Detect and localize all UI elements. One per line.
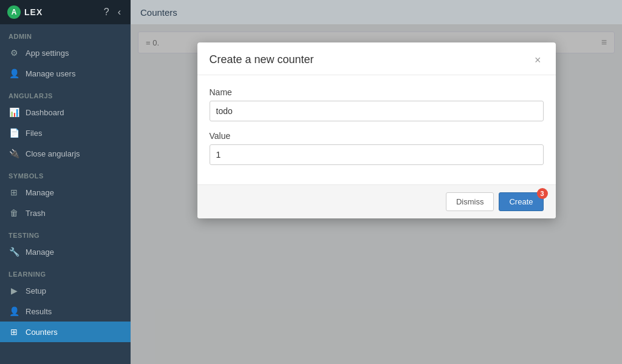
modal-body: Name Value xyxy=(197,75,556,184)
users-icon: 👤 xyxy=(9,68,19,79)
sidebar-item-learning-results[interactable]: 👤 Results xyxy=(0,301,131,322)
sidebar-item-testing-manage[interactable]: 🔧 Manage xyxy=(0,241,131,262)
sidebar: A LEX ? ‹ Admin ⚙ App settings 👤 Manage … xyxy=(0,0,131,364)
sidebar-item-symbols-manage[interactable]: ⊞ Manage xyxy=(0,182,131,203)
sidebar-item-label: App settings xyxy=(26,49,69,58)
main-content: Counters = 0. ≡ Create a new counter × N… xyxy=(131,0,622,364)
section-label-learning: Learning xyxy=(0,262,131,280)
create-counter-modal: Create a new counter × Name Value Dismis… xyxy=(197,42,556,218)
section-label-admin: Admin xyxy=(0,24,131,42)
value-label: Value xyxy=(210,131,544,141)
sidebar-item-close-angularjs[interactable]: 🔌 Close angularjs xyxy=(0,143,131,164)
trash-icon: 🗑 xyxy=(9,207,19,218)
value-form-group: Value xyxy=(210,131,544,165)
app-logo: A xyxy=(7,5,21,19)
modal-overlay: Create a new counter × Name Value Dismis… xyxy=(131,24,622,364)
modal-close-button[interactable]: × xyxy=(532,55,544,66)
value-input[interactable] xyxy=(210,144,544,165)
sidebar-item-label: Manage xyxy=(26,188,54,197)
create-badge: 3 xyxy=(537,188,548,199)
help-icon[interactable]: ? xyxy=(101,5,112,19)
results-icon: 👤 xyxy=(9,306,19,317)
sidebar-item-manage-users[interactable]: 👤 Manage users xyxy=(0,63,131,84)
app-name: LEX xyxy=(24,7,101,17)
collapse-icon[interactable]: ‹ xyxy=(115,5,123,19)
section-label-testing: Testing xyxy=(0,223,131,241)
manage-icon: ⊞ xyxy=(9,187,19,198)
dashboard-icon: 📊 xyxy=(9,107,19,118)
header-icons: ? ‹ xyxy=(101,5,123,19)
close-app-icon: 🔌 xyxy=(9,148,19,159)
sidebar-item-label: Manage users xyxy=(26,69,75,78)
page-title: Counters xyxy=(140,7,177,18)
sidebar-item-learning-counters[interactable]: ⊞ Counters xyxy=(0,322,131,342)
files-icon: 📄 xyxy=(9,127,19,138)
name-form-group: Name xyxy=(210,87,544,121)
sidebar-header: A LEX ? ‹ xyxy=(0,0,131,24)
sidebar-item-app-settings[interactable]: ⚙ App settings xyxy=(0,42,131,63)
section-label-symbols: Symbols xyxy=(0,164,131,182)
sidebar-item-label: Counters xyxy=(26,328,58,337)
sidebar-item-files[interactable]: 📄 Files xyxy=(0,123,131,143)
dismiss-button[interactable]: Dismiss xyxy=(446,192,494,211)
name-input[interactable] xyxy=(210,101,544,121)
section-label-angularjs: angularjs xyxy=(0,84,131,102)
sidebar-item-dashboard[interactable]: 📊 Dashboard xyxy=(0,102,131,123)
sidebar-item-label: Setup xyxy=(26,286,46,295)
play-icon: ▶ xyxy=(9,285,19,296)
main-body: = 0. ≡ Create a new counter × Name Value xyxy=(131,24,622,364)
sidebar-item-learning-setup[interactable]: ▶ Setup xyxy=(0,280,131,301)
topbar: Counters xyxy=(131,0,622,24)
wrench-icon: 🔧 xyxy=(9,246,19,257)
sidebar-item-label: Dashboard xyxy=(26,108,64,117)
modal-footer: Dismiss Create 3 xyxy=(197,184,556,218)
sidebar-item-label: Trash xyxy=(26,209,46,218)
modal-header: Create a new counter × xyxy=(197,42,556,75)
counters-icon: ⊞ xyxy=(9,326,19,337)
modal-title: Create a new counter xyxy=(210,53,314,66)
create-button[interactable]: Create 3 xyxy=(499,192,543,211)
settings-icon: ⚙ xyxy=(9,47,19,58)
sidebar-item-label: Close angularjs xyxy=(26,149,80,158)
sidebar-item-label: Files xyxy=(26,129,42,138)
sidebar-item-symbols-trash[interactable]: 🗑 Trash xyxy=(0,203,131,223)
sidebar-item-label: Manage xyxy=(26,248,54,257)
sidebar-item-label: Results xyxy=(26,307,52,316)
name-label: Name xyxy=(210,87,544,97)
